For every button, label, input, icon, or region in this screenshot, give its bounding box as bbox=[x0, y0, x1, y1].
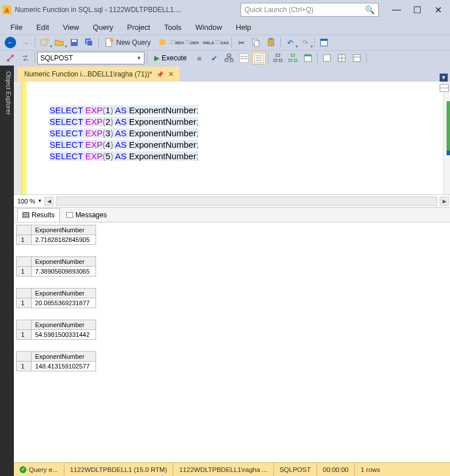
row-number[interactable]: 1 bbox=[17, 298, 32, 308]
status-rows: 1 rows bbox=[355, 463, 386, 476]
copy-button[interactable] bbox=[249, 36, 263, 49]
results-to-grid-button[interactable] bbox=[335, 52, 349, 64]
zoom-chevron-icon[interactable]: ▼ bbox=[37, 198, 42, 204]
close-button[interactable]: ✕ bbox=[428, 2, 448, 18]
svg-rect-34 bbox=[279, 59, 282, 62]
close-tab-icon[interactable]: ✕ bbox=[168, 70, 174, 78]
cell-value[interactable]: 54.5981500331442 bbox=[32, 330, 96, 340]
parse-button[interactable]: ✔ bbox=[207, 52, 221, 64]
menu-file[interactable]: File bbox=[5, 22, 28, 33]
pin-icon[interactable]: 📌 bbox=[157, 71, 163, 78]
dmx-query-button[interactable]: DMX bbox=[185, 36, 199, 49]
save-all-button[interactable] bbox=[82, 36, 96, 49]
execute-button[interactable]: ▶ Execute bbox=[150, 52, 191, 64]
row-number[interactable]: 1 bbox=[17, 362, 32, 371]
hscroll-right-button[interactable]: ▶ bbox=[440, 197, 449, 206]
minimize-button[interactable]: — bbox=[387, 2, 406, 18]
column-header[interactable]: ExponentNumber bbox=[32, 320, 96, 330]
results-pane[interactable]: ExponentNumber 12.71828182845905 Exponen… bbox=[14, 222, 450, 462]
svg-rect-39 bbox=[304, 55, 311, 56]
svg-rect-24 bbox=[230, 59, 233, 62]
menu-edit[interactable]: Edit bbox=[30, 22, 55, 33]
menu-tools[interactable]: Tools bbox=[158, 22, 187, 33]
menu-view[interactable]: View bbox=[57, 22, 85, 33]
xmla-query-button[interactable]: XMLA bbox=[200, 36, 214, 49]
svg-rect-11 bbox=[185, 41, 190, 43]
column-header[interactable]: ExponentNumber bbox=[32, 257, 96, 267]
nav-back-button[interactable]: ← bbox=[3, 36, 17, 49]
scroll-change-marker bbox=[447, 101, 450, 153]
query-options-button[interactable] bbox=[237, 52, 251, 64]
new-query-button[interactable]: New Query bbox=[101, 38, 154, 47]
app-icon bbox=[2, 5, 12, 14]
vertical-scrollbar[interactable] bbox=[443, 82, 450, 194]
connect-button[interactable] bbox=[3, 52, 17, 64]
status-user: 1122WDLTPBDELL1\ragha ... bbox=[173, 463, 273, 476]
undo-button[interactable]: ↶ bbox=[283, 36, 297, 49]
column-header[interactable]: ExponentNumber bbox=[32, 352, 96, 362]
database-selector[interactable]: SQLPOST ▼ bbox=[37, 52, 144, 64]
actual-plan-button[interactable] bbox=[271, 52, 285, 64]
results-to-file-button[interactable] bbox=[350, 52, 364, 64]
open-file-button[interactable] bbox=[52, 36, 66, 49]
intellisense-button[interactable] bbox=[252, 52, 266, 64]
cell-value[interactable]: 148.413159102577 bbox=[32, 362, 96, 371]
zoom-level[interactable]: 100 % bbox=[17, 198, 35, 205]
paste-button[interactable] bbox=[264, 36, 278, 49]
menu-help[interactable]: Help bbox=[230, 22, 257, 33]
split-editor-button[interactable] bbox=[440, 84, 449, 92]
row-number[interactable]: 1 bbox=[17, 330, 32, 340]
row-number[interactable]: 1 bbox=[17, 267, 32, 277]
messages-tab-label: Messages bbox=[75, 211, 107, 219]
maximize-button[interactable]: ☐ bbox=[407, 2, 427, 18]
row-number[interactable]: 1 bbox=[17, 235, 32, 245]
stop-button[interactable]: ■ bbox=[192, 52, 206, 64]
result-table[interactable]: ExponentNumber 1148.413159102577 bbox=[16, 351, 96, 371]
cell-value[interactable]: 7.38905609893065 bbox=[32, 267, 96, 277]
messages-tab[interactable]: Messages bbox=[61, 208, 112, 222]
status-db: SQLPOST bbox=[274, 463, 317, 476]
cut-button[interactable]: ✂ bbox=[234, 36, 248, 49]
new-project-button[interactable] bbox=[37, 36, 51, 49]
corner-cell bbox=[17, 352, 32, 362]
horizontal-scrollbar[interactable] bbox=[56, 197, 437, 206]
menu-window[interactable]: Window bbox=[190, 22, 228, 33]
object-explorer-tab[interactable]: Object Explorer bbox=[0, 66, 14, 476]
status-bar: ✔ Query e... 1122WDLTPBDELL1 (15.0 RTM) … bbox=[14, 462, 450, 476]
tab-overflow-button[interactable]: ▼ bbox=[440, 74, 448, 82]
mdx-query-button[interactable]: MDX bbox=[170, 36, 184, 49]
messages-icon bbox=[66, 212, 73, 218]
result-table[interactable]: ExponentNumber 154.5981500331442 bbox=[16, 320, 96, 340]
document-tab-strip: Numeric Function i...BDELL1\ragha (71))*… bbox=[14, 66, 450, 82]
sql-editor[interactable]: SELECT EXP(1) AS ExponentNumber; SELECT … bbox=[14, 82, 450, 194]
cell-value[interactable]: 20.0855369231877 bbox=[32, 298, 96, 308]
code-area[interactable]: SELECT EXP(1) AS ExponentNumber; SELECT … bbox=[49, 82, 443, 194]
column-header[interactable]: ExponentNumber bbox=[32, 225, 96, 235]
save-button[interactable] bbox=[67, 36, 81, 49]
db-engine-query-button[interactable] bbox=[155, 36, 169, 49]
live-stats-button[interactable] bbox=[286, 52, 300, 64]
redo-button[interactable]: ↷ bbox=[298, 36, 312, 49]
properties-button[interactable] bbox=[317, 36, 331, 49]
nav-forward-button[interactable]: → bbox=[18, 36, 32, 49]
svg-point-20 bbox=[7, 59, 9, 62]
hscroll-left-button[interactable]: ◀ bbox=[44, 197, 54, 206]
change-connection-button[interactable] bbox=[18, 52, 32, 64]
results-to-text-button[interactable] bbox=[320, 52, 334, 64]
result-table[interactable]: ExponentNumber 17.38905609893065 bbox=[16, 256, 96, 277]
client-stats-button[interactable] bbox=[301, 52, 315, 64]
result-grid: ExponentNumber 1148.413159102577 bbox=[16, 351, 448, 371]
estimated-plan-button[interactable] bbox=[222, 52, 236, 64]
column-header[interactable]: ExponentNumber bbox=[32, 289, 96, 298]
menu-project[interactable]: Project bbox=[121, 22, 156, 33]
document-tab[interactable]: Numeric Function i...BDELL1\ragha (71))*… bbox=[17, 67, 180, 82]
cell-value[interactable]: 2.71828182845905 bbox=[32, 235, 96, 245]
dax-query-button[interactable]: DAX bbox=[215, 36, 229, 49]
status-query-text: Query e... bbox=[29, 466, 58, 473]
result-table[interactable]: ExponentNumber 120.0855369231877 bbox=[16, 288, 96, 308]
search-icon: 🔍 bbox=[365, 5, 375, 14]
result-table[interactable]: ExponentNumber 12.71828182845905 bbox=[16, 225, 96, 245]
menu-query[interactable]: Query bbox=[87, 22, 119, 33]
quick-launch-input[interactable]: Quick Launch (Ctrl+Q) 🔍 bbox=[241, 3, 379, 17]
results-tab[interactable]: Results bbox=[17, 208, 60, 222]
